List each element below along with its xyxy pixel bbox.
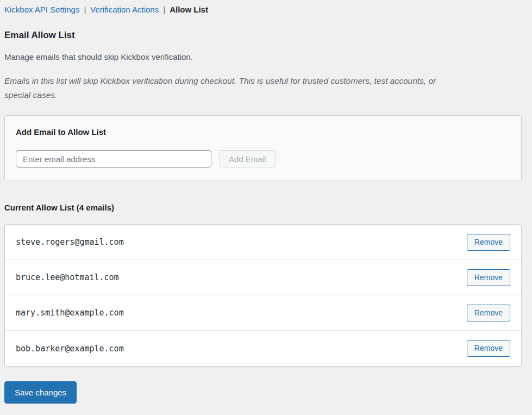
tab-allow-list-current: Allow List [170,5,208,14]
tab-separator: | [84,5,86,14]
tab-verification-actions[interactable]: Verification Actions [90,5,159,14]
email-text: mary.smith@example.com [16,308,124,318]
email-text: steve.rogers@gmail.com [16,237,124,247]
page-title: Email Allow List [4,29,522,41]
remove-button[interactable]: Remove [467,340,510,357]
add-email-heading: Add Email to Allow List [16,127,510,137]
add-email-row: Add Email [16,150,510,168]
email-row: steve.rogers@gmail.com Remove [5,225,521,260]
remove-button[interactable]: Remove [467,234,510,251]
email-row: bob.barker@example.com Remove [5,331,521,366]
tab-separator: | [163,5,165,14]
add-email-button[interactable]: Add Email [219,150,276,168]
email-input[interactable] [16,150,211,168]
page-note-line: Emails in this list will skip Kickbox ve… [4,76,436,85]
tab-kickbox-api-settings[interactable]: Kickbox API Settings [4,5,79,14]
page-note-line: special cases. [4,90,57,100]
email-text: bruce.lee@hotmail.com [16,272,119,282]
remove-button[interactable]: Remove [467,269,510,286]
settings-page: Kickbox API Settings|Verification Action… [0,0,532,404]
page-subtitle: Manage emails that should skip Kickbox v… [4,52,522,62]
settings-tabs: Kickbox API Settings|Verification Action… [4,5,522,15]
allow-list-heading: Current Allow List (4 emails) [4,203,522,213]
email-list: steve.rogers@gmail.com Remove bruce.lee@… [4,224,522,367]
add-email-section: Add Email to Allow List Add Email [4,115,522,181]
save-changes-button[interactable]: Save changes [4,381,77,404]
email-row: bruce.lee@hotmail.com Remove [5,260,521,295]
page-note: Emails in this list will skip Kickbox ve… [4,74,522,102]
remove-button[interactable]: Remove [467,305,510,321]
email-text: bob.barker@example.com [16,344,124,354]
email-row: mary.smith@example.com Remove [5,295,521,331]
